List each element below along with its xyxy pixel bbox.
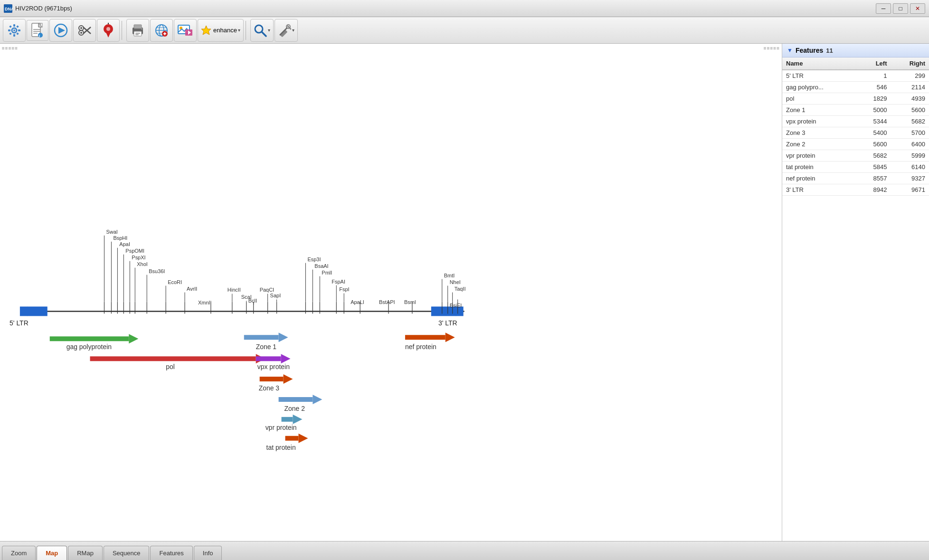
cell-right: 4939: [891, 93, 929, 104]
table-row[interactable]: vpr protein56825999: [782, 150, 929, 161]
navigate-button[interactable]: [49, 19, 72, 42]
globe-button[interactable]: [150, 19, 173, 42]
map-area[interactable]: ≡≡≡≡≡ ≡≡≡≡≡ 5' LTR 3' LTR SwaI BspHI: [0, 44, 782, 541]
cell-right: 299: [891, 70, 929, 82]
svg-text:PaqCI: PaqCI: [260, 287, 275, 293]
app-icon: DNA: [4, 4, 12, 13]
cell-name: gag polypro...: [782, 82, 856, 93]
bottom-tabs: Zoom Map RMap Sequence Features Info: [0, 541, 929, 560]
svg-text:HincII: HincII: [228, 287, 241, 293]
svg-text:Zone 1: Zone 1: [256, 343, 277, 351]
cell-name: Zone 3: [782, 127, 856, 139]
minimize-button[interactable]: ─: [876, 3, 891, 14]
cell-left: 5400: [856, 127, 891, 139]
svg-rect-35: [135, 33, 140, 34]
svg-text:SapI: SapI: [270, 293, 281, 298]
svg-text:Bsu36I: Bsu36I: [149, 268, 165, 274]
svg-rect-8: [9, 25, 12, 28]
cell-right: 9327: [891, 173, 929, 184]
settings-button[interactable]: [3, 19, 26, 42]
svg-text:Esp3I: Esp3I: [307, 256, 321, 262]
tab-info[interactable]: Info: [194, 546, 222, 560]
svg-marker-146: [129, 334, 138, 343]
table-row[interactable]: Zone 150005600: [782, 104, 929, 116]
svg-text:NheI: NheI: [450, 279, 461, 285]
svg-marker-167: [298, 434, 308, 443]
table-row[interactable]: gag polypro...5462114: [782, 82, 929, 93]
svg-marker-158: [284, 374, 293, 384]
table-row[interactable]: pol18294939: [782, 93, 929, 104]
tab-rmap[interactable]: RMap: [68, 546, 103, 560]
features-table: Name Left Right 5' LTR1299gag polypro...…: [782, 57, 929, 196]
image-button[interactable]: [174, 19, 197, 42]
svg-point-27: [80, 27, 82, 29]
tab-features[interactable]: Features: [150, 546, 192, 560]
table-row[interactable]: 5' LTR1299: [782, 70, 929, 82]
svg-marker-170: [446, 332, 455, 342]
cell-name: 5' LTR: [782, 70, 856, 82]
cell-left: 8557: [856, 173, 891, 184]
cell-left: 5000: [856, 104, 891, 116]
col-left: Left: [856, 57, 891, 70]
svg-point-29: [106, 27, 110, 31]
svg-text:PspOMI: PspOMI: [125, 248, 144, 254]
pin-button[interactable]: [97, 19, 120, 42]
cell-name: nef protein: [782, 173, 856, 184]
svg-rect-10: [9, 32, 12, 35]
panel-collapse-icon[interactable]: ▼: [787, 47, 793, 54]
table-row[interactable]: vpx protein53445682: [782, 116, 929, 127]
svg-text:BsmI: BsmI: [404, 299, 416, 305]
panel-title: Features: [796, 47, 823, 54]
svg-text:Zone 2: Zone 2: [284, 405, 305, 412]
svg-text:FspAI: FspAI: [332, 279, 345, 285]
svg-text:ApaI: ApaI: [119, 241, 130, 247]
cell-left: 8942: [856, 184, 891, 196]
cell-left: 5682: [856, 150, 891, 161]
close-button[interactable]: ✕: [910, 3, 925, 14]
svg-marker-164: [293, 415, 303, 424]
maximize-button[interactable]: □: [893, 3, 908, 14]
tab-map[interactable]: Map: [37, 546, 67, 560]
svg-rect-37: [141, 28, 142, 29]
panel-count: 11: [826, 47, 833, 54]
scissors-button[interactable]: [73, 19, 96, 42]
svg-text:vpr protein: vpr protein: [265, 424, 297, 431]
table-row[interactable]: 3' LTR89429671: [782, 184, 929, 196]
table-row[interactable]: tat protein58456140: [782, 161, 929, 173]
svg-text:nef protein: nef protein: [405, 343, 436, 351]
cell-right: 2114: [891, 82, 929, 93]
svg-text:EcoRI: EcoRI: [168, 279, 182, 285]
svg-point-3: [13, 29, 15, 31]
svg-marker-30: [106, 32, 111, 38]
table-row[interactable]: nef protein85579327: [782, 173, 929, 184]
svg-point-26: [80, 32, 82, 34]
document-button[interactable]: i: [27, 20, 48, 41]
print-button[interactable]: [126, 19, 149, 42]
separator-1: [122, 21, 124, 40]
svg-rect-7: [18, 29, 20, 31]
svg-text:BmtI: BmtI: [444, 273, 455, 278]
cell-right: 5700: [891, 127, 929, 139]
svg-rect-9: [16, 25, 19, 28]
svg-marker-50: [201, 26, 211, 35]
cell-name: vpr protein: [782, 150, 856, 161]
tools-button[interactable]: ▾: [275, 19, 298, 42]
svg-text:DNA: DNA: [5, 7, 12, 11]
svg-marker-161: [313, 395, 322, 404]
table-row[interactable]: Zone 354005700: [782, 127, 929, 139]
map-svg: 5' LTR 3' LTR SwaI BspHI ApaI PspOMI: [0, 44, 782, 541]
cell-right: 5999: [891, 150, 929, 161]
enhance-button[interactable]: enhance ▾: [198, 19, 244, 42]
search-button[interactable]: ▾: [250, 19, 274, 42]
enhance-dropdown-arrow: ▾: [238, 28, 240, 33]
tab-sequence[interactable]: Sequence: [104, 546, 150, 560]
col-right: Right: [891, 57, 929, 70]
cell-right: 6140: [891, 161, 929, 173]
tab-zoom[interactable]: Zoom: [2, 546, 36, 560]
cell-left: 546: [856, 82, 891, 93]
table-row[interactable]: Zone 256006400: [782, 139, 929, 150]
svg-text:vpx protein: vpx protein: [257, 363, 290, 370]
features-table-container[interactable]: Name Left Right 5' LTR1299gag polypro...…: [782, 57, 929, 541]
cell-name: pol: [782, 93, 856, 104]
table-header-row: Name Left Right: [782, 57, 929, 70]
